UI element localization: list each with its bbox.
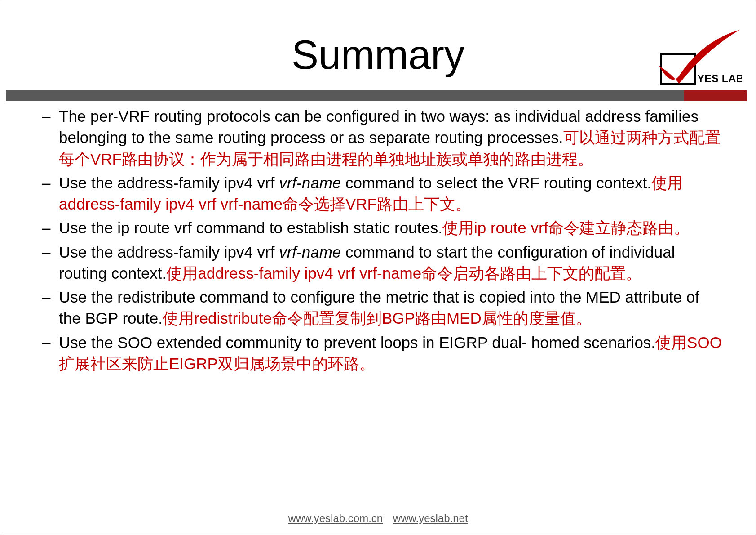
list-item: – Use the address-family ipv4 vrf vrf-na… xyxy=(32,172,724,215)
bullet-dash: – xyxy=(32,286,59,329)
list-item: – Use the redistribute command to config… xyxy=(32,286,724,329)
list-item: – Use the ip route vrf command to establ… xyxy=(32,217,724,238)
bullet-dash: – xyxy=(32,106,59,169)
footer: www.yeslab.com.cn www.yeslab.net xyxy=(0,512,756,525)
bullet-text: Use the SOO extended community to preven… xyxy=(59,332,724,374)
logo: YES LAB xyxy=(630,27,742,95)
footer-link-1[interactable]: www.yeslab.com.cn xyxy=(288,512,383,524)
list-item: – The per-VRF routing protocols can be c… xyxy=(32,106,724,169)
bullet-dash: – xyxy=(32,172,59,215)
list-item: – Use the SOO extended community to prev… xyxy=(32,332,724,374)
logo-text: YES LAB xyxy=(697,72,742,85)
bullet-dash: – xyxy=(32,332,59,374)
bullet-text: Use the address-family ipv4 vrf vrf-name… xyxy=(59,241,724,284)
checkmark-icon: YES LAB xyxy=(630,27,742,95)
divider-bar xyxy=(6,90,747,101)
content-list: – The per-VRF routing protocols can be c… xyxy=(32,106,724,377)
list-item: – Use the address-family ipv4 vrf vrf-na… xyxy=(32,241,724,284)
bullet-dash: – xyxy=(32,217,59,238)
bullet-text: The per-VRF routing protocols can be con… xyxy=(59,106,724,169)
footer-link-2[interactable]: www.yeslab.net xyxy=(393,512,468,524)
bullet-text: Use the address-family ipv4 vrf vrf-name… xyxy=(59,172,724,215)
bullet-text: Use the ip route vrf command to establis… xyxy=(59,217,724,238)
bullet-text: Use the redistribute command to configur… xyxy=(59,286,724,329)
slide: Summary YES LAB – The per-VRF routing pr… xyxy=(0,0,756,535)
bullet-dash: – xyxy=(32,241,59,284)
